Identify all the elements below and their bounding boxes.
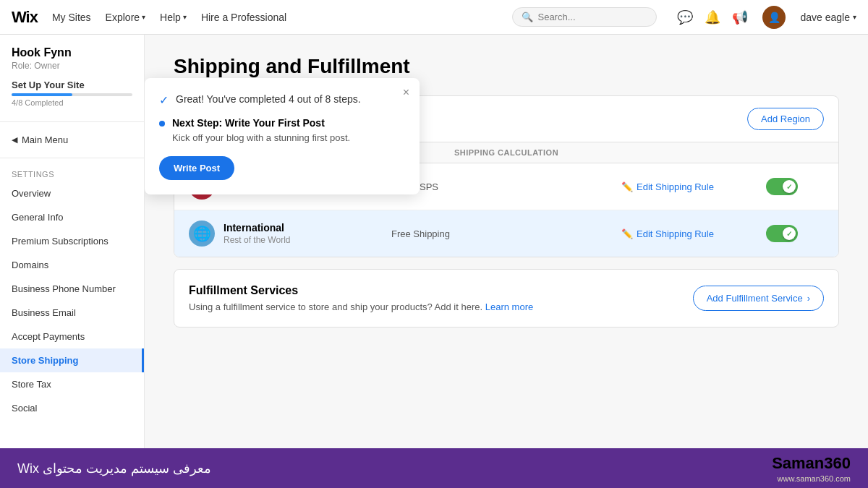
banner-brand-name: Saman360: [772, 454, 851, 473]
search-icon: 🔍: [522, 12, 533, 22]
main-content-area: Shipping and Fulfillment s are calculate…: [145, 35, 868, 448]
arrow-right-icon: ›: [807, 293, 810, 304]
toggle-international[interactable]: ✓: [766, 225, 798, 242]
next-step-description: Kick off your blog with a stunning first…: [172, 132, 350, 145]
edit-shipping-rule-us[interactable]: ✏️ Edit Shipping Rule: [621, 181, 766, 192]
popup-next-content: Next Step: Write Your First Post Kick of…: [172, 117, 350, 145]
fulfillment-info: Fulfillment Services Using a fulfillment…: [189, 284, 533, 312]
next-step-title: Next Step: Write Your First Post: [172, 117, 350, 129]
toggle-check-us: ✓: [786, 183, 792, 191]
sidebar-item-store-shipping[interactable]: Store Shipping: [0, 348, 144, 372]
shipping-row-international: 🌐 International Rest of the World Free S…: [174, 210, 838, 257]
sidebar-main-menu[interactable]: ◀ Main Menu: [0, 128, 144, 152]
chevron-left-icon: ◀: [12, 135, 17, 145]
add-region-button[interactable]: Add Region: [747, 108, 824, 130]
banner-brand: Saman360 www.saman360.com: [772, 454, 851, 483]
setup-title: Set Up Your Site: [12, 80, 132, 90]
add-fulfillment-button[interactable]: Add Fulfillment Service ›: [693, 286, 824, 311]
edit-icon-international: ✏️: [621, 228, 633, 239]
sidebar-item-premium-subscriptions[interactable]: Premium Subscriptions: [0, 229, 144, 253]
fulfillment-title: Fulfillment Services: [189, 284, 533, 297]
region-name-international: International: [224, 222, 290, 234]
next-step-dot-icon: [159, 121, 165, 127]
sidebar-item-business-email[interactable]: Business Email: [0, 301, 144, 325]
sidebar-item-business-phone[interactable]: Business Phone Number: [0, 277, 144, 301]
help-chevron-icon: ▾: [183, 13, 187, 21]
progress-text: 4/8 Completed: [12, 98, 132, 107]
write-post-button[interactable]: Write Post: [159, 156, 234, 180]
fulfillment-learn-more-link[interactable]: Learn more: [485, 301, 533, 312]
top-navigation: Wix My Sites Explore ▾ Help ▾ Hire a Pro…: [0, 0, 868, 35]
help-link[interactable]: Help ▾: [160, 12, 187, 23]
site-role: Role: Owner: [12, 61, 132, 71]
toggle-check-international: ✓: [786, 230, 792, 238]
user-chevron-icon: ▾: [853, 13, 856, 21]
popup-next-row: Next Step: Write Your First Post Kick of…: [159, 117, 405, 145]
banner-text: معرفی سیستم مدیریت محتوای Wix: [17, 461, 211, 476]
col-header-shipping: SHIPPING CALCULATION: [391, 148, 621, 157]
toggle-us[interactable]: ✓: [766, 178, 798, 195]
sidebar-item-social[interactable]: Social: [0, 396, 144, 420]
sidebar-divider-2: [0, 158, 144, 158]
avatar[interactable]: 👤: [762, 6, 786, 29]
nav-icons: 💬 🔔 📢: [677, 9, 748, 25]
bottom-banner: معرفی سیستم مدیریت محتوای Wix Saman360 w…: [0, 448, 868, 488]
sidebar-item-accept-payments[interactable]: Accept Payments: [0, 325, 144, 348]
search-input[interactable]: [537, 12, 647, 22]
explore-chevron-icon: ▾: [142, 13, 145, 21]
toggle-knob-international: ✓: [783, 227, 796, 240]
popup-close-button[interactable]: ×: [403, 87, 409, 98]
my-sites-link[interactable]: My Sites: [52, 12, 91, 23]
sidebar: Hook Fynn Role: Owner Set Up Your Site 4…: [0, 35, 145, 448]
edit-icon-us: ✏️: [621, 181, 633, 192]
fulfillment-description: Using a fulfillment service to store and…: [189, 301, 533, 312]
site-name: Hook Fynn: [12, 46, 132, 59]
sidebar-header: Hook Fynn Role: Owner: [0, 46, 144, 80]
banner-brand-url: www.saman360.com: [772, 474, 851, 483]
region-text-international: International Rest of the World: [224, 222, 290, 245]
sidebar-item-store-tax[interactable]: Store Tax: [0, 372, 144, 396]
wix-logo[interactable]: Wix: [12, 8, 38, 27]
username-label[interactable]: dave eagle ▾: [800, 12, 856, 23]
edit-shipping-rule-international[interactable]: ✏️ Edit Shipping Rule: [621, 228, 766, 239]
explore-link[interactable]: Explore ▾: [106, 12, 145, 23]
settings-section-label: Settings: [0, 164, 144, 181]
col-header-4: [766, 148, 824, 157]
col-header-3: [621, 148, 766, 157]
page-title: Shipping and Fulfillment: [174, 55, 839, 78]
popup-check-row: ✓ Great! You've completed 4 out of 8 ste…: [159, 93, 405, 107]
region-sub-international: Rest of the World: [224, 235, 290, 245]
sidebar-item-overview[interactable]: Overview: [0, 181, 144, 205]
checkmark-icon: ✓: [159, 93, 169, 107]
search-bar[interactable]: 🔍: [512, 7, 657, 27]
region-info-international: 🌐 International Rest of the World: [189, 221, 391, 247]
setup-progress: Set Up Your Site 4/8 Completed: [0, 80, 144, 116]
popup-check-text: Great! You've completed 4 out of 8 steps…: [176, 93, 361, 107]
chat-icon[interactable]: 💬: [677, 9, 693, 25]
bell-icon[interactable]: 🔔: [705, 9, 720, 25]
flag-icon-international: 🌐: [189, 221, 215, 247]
completion-popup: × ✓ Great! You've completed 4 out of 8 s…: [145, 78, 420, 194]
megaphone-icon[interactable]: 📢: [732, 9, 748, 25]
shipping-method-us: With USPS: [391, 181, 621, 192]
toggle-knob-us: ✓: [783, 180, 796, 193]
main-layout: Hook Fynn Role: Owner Set Up Your Site 4…: [0, 35, 868, 448]
progress-bar: [12, 93, 132, 96]
sidebar-item-general-info[interactable]: General Info: [0, 205, 144, 229]
sidebar-divider-1: [0, 121, 144, 122]
progress-fill: [12, 93, 72, 96]
hire-link[interactable]: Hire a Professional: [201, 12, 286, 23]
shipping-method-international: Free Shipping: [391, 228, 621, 239]
sidebar-item-domains[interactable]: Domains: [0, 253, 144, 277]
fulfillment-card: Fulfillment Services Using a fulfillment…: [174, 269, 839, 328]
